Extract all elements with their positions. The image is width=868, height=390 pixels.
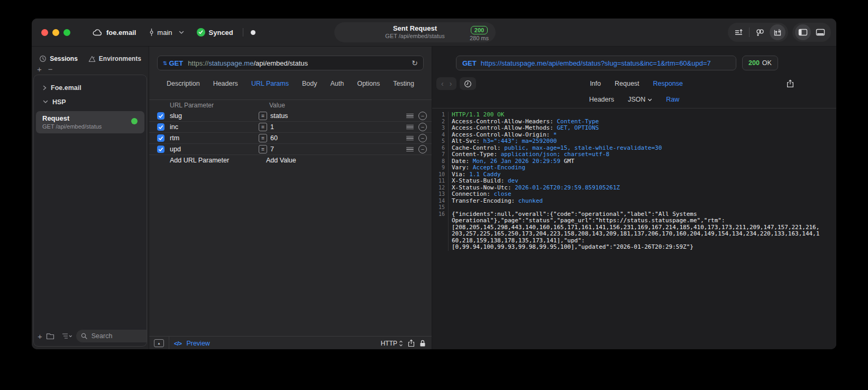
header-name: Content-Type: bbox=[452, 151, 501, 158]
requests-list-button[interactable] bbox=[730, 24, 746, 40]
sort-order-button[interactable] bbox=[62, 333, 72, 339]
search-input[interactable] bbox=[90, 332, 147, 340]
search-field[interactable] bbox=[76, 330, 147, 342]
response-subtab-headers[interactable]: Headers bbox=[589, 96, 614, 103]
param-name[interactable]: inc bbox=[170, 123, 259, 131]
export-response-button[interactable] bbox=[787, 79, 794, 88]
up-down-chevron-icon bbox=[399, 340, 403, 347]
header-name: X-Status-Build: bbox=[452, 177, 508, 184]
request-tab-headers[interactable]: Headers bbox=[213, 80, 238, 88]
param-checkbox-checked[interactable] bbox=[157, 134, 165, 142]
request-tab-description[interactable]: Description bbox=[167, 80, 200, 88]
protocol-selector[interactable]: HTTP bbox=[381, 340, 403, 347]
param-value[interactable]: 1 bbox=[270, 123, 406, 131]
header-value: Mon, 26 Jan 2026 20:29:59 bbox=[473, 158, 564, 165]
header-value: public, max-age=15, stale-while-revalida… bbox=[504, 144, 662, 151]
line-number: 6 bbox=[432, 145, 449, 152]
sent-url[interactable]: https://statuspage.me/api/embed/status?s… bbox=[481, 59, 711, 67]
request-method[interactable]: GET bbox=[169, 59, 183, 67]
response-body[interactable]: 1HTTP/1.1 200 OK2Access-Control-Allow-He… bbox=[432, 108, 836, 349]
titlebar-separator bbox=[243, 28, 243, 37]
request-tab-body[interactable]: Body bbox=[302, 80, 317, 88]
add-param-placeholder[interactable]: Add URL Parameter bbox=[170, 157, 266, 164]
response-subtab-raw[interactable]: Raw bbox=[666, 96, 679, 103]
remove-row-icon[interactable]: − bbox=[418, 123, 427, 131]
status-code-badge: 200 bbox=[471, 26, 488, 34]
equals-icon: = bbox=[259, 145, 267, 153]
response-tab-request[interactable]: Request bbox=[615, 80, 639, 87]
param-checkbox-checked[interactable] bbox=[157, 123, 165, 131]
header-name: Access-Control-Allow-Origin: bbox=[452, 131, 553, 138]
param-checkbox-checked[interactable] bbox=[157, 112, 165, 120]
folder-plus-icon bbox=[46, 333, 54, 340]
tab-environments[interactable]: Environments bbox=[88, 53, 141, 64]
request-tab-url-params[interactable]: URL Params bbox=[251, 80, 289, 88]
param-name[interactable]: upd bbox=[170, 146, 259, 153]
param-checkbox-checked[interactable] bbox=[157, 146, 165, 153]
remove-row-icon[interactable]: − bbox=[418, 112, 427, 120]
url-path: /api/embed/status bbox=[253, 59, 308, 67]
toggle-bottom-panel-button[interactable] bbox=[812, 24, 828, 40]
console-toggle-icon[interactable]: ▲ bbox=[154, 339, 164, 347]
minimize-window-button[interactable] bbox=[52, 29, 59, 36]
request-list-item-selected[interactable]: Request GET /api/embed/status bbox=[36, 111, 144, 133]
zoom-window-button[interactable] bbox=[63, 29, 70, 36]
add-request-button[interactable]: + bbox=[38, 332, 42, 341]
request-tab-options[interactable]: Options bbox=[357, 80, 380, 88]
request-url-bar[interactable]: ⇅ GET https://statuspage.me/api/embed/st… bbox=[157, 56, 424, 70]
param-value[interactable]: 60 bbox=[270, 134, 406, 142]
requests-list-icon bbox=[734, 28, 743, 37]
sent-request-banner[interactable]: Sent Request GET /api/embed/status 200 2… bbox=[334, 22, 496, 42]
history-icon bbox=[39, 55, 47, 62]
import-request-button[interactable] bbox=[770, 24, 785, 40]
footer-divider bbox=[169, 337, 169, 349]
add-value-placeholder[interactable]: Add Value bbox=[266, 157, 427, 164]
sync-status[interactable]: Synced bbox=[197, 28, 233, 37]
chevron-down-icon bbox=[179, 31, 184, 34]
sidebar-tabs: Sessions Environments bbox=[32, 47, 149, 64]
toggle-bottom-panel-icon bbox=[816, 29, 825, 36]
tree-item-foe-email[interactable]: Foe.email bbox=[34, 80, 147, 95]
share-icon bbox=[787, 79, 794, 88]
equals-icon: = bbox=[259, 112, 267, 120]
param-name[interactable]: slug bbox=[170, 112, 259, 120]
share-request-button[interactable] bbox=[408, 339, 415, 347]
branch-selector[interactable]: main bbox=[149, 28, 184, 37]
row-options-icon[interactable] bbox=[406, 136, 414, 141]
tab-environments-label: Environments bbox=[99, 55, 141, 62]
sent-url-box[interactable]: GET https://statuspage.me/api/embed/stat… bbox=[456, 56, 736, 70]
preview-button[interactable]: Preview bbox=[186, 340, 209, 347]
request-tab-auth[interactable]: Auth bbox=[330, 80, 344, 88]
row-options-icon[interactable] bbox=[406, 125, 414, 130]
row-options-icon[interactable] bbox=[406, 114, 414, 119]
project-name: foe.email bbox=[106, 29, 136, 37]
method-switcher-icon[interactable]: ⇅ bbox=[163, 60, 167, 66]
param-value[interactable]: 7 bbox=[270, 146, 406, 153]
remove-session-button[interactable]: − bbox=[48, 65, 53, 74]
lock-button[interactable] bbox=[419, 340, 426, 347]
add-session-button[interactable]: + bbox=[37, 65, 42, 74]
row-options-icon[interactable] bbox=[406, 147, 414, 152]
titlebar-action-group-right bbox=[792, 23, 831, 42]
resend-request-icon[interactable]: ↻ bbox=[412, 59, 418, 67]
response-subtab-json[interactable]: JSON bbox=[628, 96, 652, 103]
toggle-left-sidebar-button[interactable] bbox=[795, 24, 811, 40]
remove-row-icon[interactable]: − bbox=[418, 134, 427, 142]
tree-item-hsp[interactable]: HSP bbox=[34, 95, 147, 109]
add-group-button[interactable] bbox=[46, 333, 54, 340]
param-rows: slug=status−inc=1−rtm=60−upd=7− bbox=[149, 111, 432, 155]
add-param-row[interactable]: Add URL Parameter Add Value bbox=[149, 155, 432, 166]
record-dot-icon[interactable] bbox=[251, 30, 255, 35]
param-name[interactable]: rtm bbox=[170, 134, 259, 142]
remove-row-icon[interactable]: − bbox=[418, 145, 427, 153]
param-value[interactable]: status bbox=[270, 112, 406, 120]
close-window-button[interactable] bbox=[41, 29, 48, 36]
code-generate-button[interactable] bbox=[752, 24, 768, 40]
project-selector[interactable]: foe.email bbox=[93, 29, 136, 37]
status-line-text: HTTP/1.1 200 OK bbox=[452, 111, 504, 118]
response-tab-response[interactable]: Response bbox=[653, 80, 683, 87]
response-tab-info[interactable]: Info bbox=[590, 80, 601, 87]
tab-sessions-label: Sessions bbox=[50, 55, 78, 62]
tab-sessions[interactable]: Sessions bbox=[39, 53, 78, 64]
request-tab-testing[interactable]: Testing bbox=[393, 80, 414, 88]
